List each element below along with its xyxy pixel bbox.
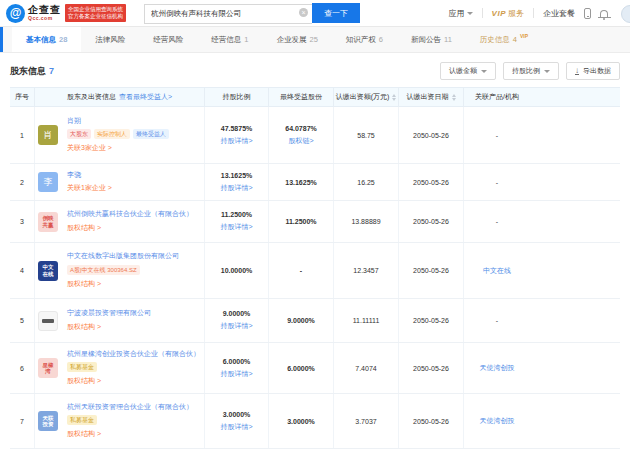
- shareholding-ratio-filter-button[interactable]: 持股比例: [503, 62, 559, 80]
- brand-block[interactable]: 企查查 Qcc.com: [28, 5, 61, 21]
- tab-operation-risk[interactable]: 经营风险: [139, 27, 197, 52]
- date-value: 2050-05-26: [413, 132, 449, 139]
- shareholder-sub-link[interactable]: 股权结构 >: [67, 376, 101, 386]
- apps-menu[interactable]: 应用: [449, 8, 473, 19]
- shareholder-name-link[interactable]: 杭州天联投资管理合伙企业（有限合伙）: [67, 403, 193, 411]
- shareholder-name-link[interactable]: 宁波凌晨投资管理有限公司: [67, 309, 151, 317]
- table-row: 7天联投资杭州天联投资管理合伙企业（有限合伙）私募基金股权结构 >3.0000%…: [10, 394, 620, 449]
- ratio-value: 11.2500%: [221, 211, 252, 218]
- subscribed-capital-filter-button[interactable]: 认缴金额: [440, 62, 496, 80]
- shareholder-tag: 私募基金: [67, 362, 97, 372]
- amount-cell: 11.11111: [333, 299, 398, 342]
- vip-badge: VIP: [520, 33, 528, 39]
- view-ultimate-beneficiary-link[interactable]: 查看最终受益人>: [119, 92, 172, 102]
- search-button[interactable]: 查一下: [312, 3, 360, 23]
- benefit-cell: -: [268, 243, 333, 298]
- row-index: 2: [10, 164, 34, 200]
- benefit-value: -: [300, 267, 302, 274]
- shareholder-tag: A股|中文在线 300364.SZ: [67, 265, 140, 275]
- date-value: 2050-05-26: [413, 218, 449, 225]
- col-header-ratio: 持股比例: [204, 88, 268, 106]
- tab-label: 企业发展: [277, 35, 307, 45]
- shareholder-sub-link[interactable]: 股权结构 >: [67, 279, 101, 289]
- equity-chain-link[interactable]: 股权链>: [288, 136, 313, 146]
- tab-news[interactable]: 新闻公告11: [397, 27, 466, 52]
- date-value: 2050-05-26: [413, 179, 449, 186]
- shareholder-logo: [38, 311, 58, 331]
- shareholder-info: 杭州天联投资管理合伙企业（有限合伙）私募基金股权结构 >: [67, 403, 193, 439]
- shareholder-name-link[interactable]: 杭州星橡湾创业投资合伙企业（有限合伙）: [67, 350, 200, 358]
- export-data-button[interactable]: ↓ 导出数据: [566, 62, 620, 80]
- logo-mark-icon: [42, 319, 54, 323]
- chevron-down-icon: [544, 70, 550, 73]
- shareholding-detail-link[interactable]: 持股详情>: [220, 183, 252, 193]
- tab-label: 基本信息: [26, 35, 56, 45]
- benefit-cell: 13.1625%: [268, 164, 333, 200]
- tab-label: 经营风险: [153, 35, 183, 45]
- clear-search-icon[interactable]: ×: [299, 8, 308, 17]
- shareholder-sub-link[interactable]: 关联3家企业 >: [67, 143, 112, 153]
- shareholding-detail-link[interactable]: 持股详情>: [220, 222, 252, 232]
- benefit-cell: 11.2500%: [268, 201, 333, 242]
- search-area: × 查一下: [144, 2, 360, 24]
- tab-operation-info[interactable]: 经营信息1: [197, 27, 262, 52]
- shareholder-avatar: 星橡湾: [38, 358, 58, 378]
- vip-logo: VIP: [492, 9, 506, 18]
- brand-name: 企查查: [28, 5, 61, 15]
- date-cell: 2050-05-26: [398, 243, 463, 298]
- sort-icon[interactable]: [452, 94, 456, 101]
- ratio-cell: 6.0000%持股详情>: [204, 343, 268, 393]
- tab-legal-risk[interactable]: 法律风险: [81, 27, 139, 52]
- related-product-value: -: [496, 317, 498, 324]
- top-menu: 应用 VIP 服务 企业套餐: [449, 8, 624, 19]
- related-cell: -: [463, 299, 620, 342]
- date-cell: 2050-05-26: [398, 343, 463, 393]
- table-row: 5宁波凌晨投资管理有限公司股权结构 >9.0000%持股详情>9.0000%11…: [10, 299, 620, 343]
- shareholder-sub-link[interactable]: 股权结构 >: [67, 429, 101, 439]
- tab-company-development[interactable]: 企业发展25: [263, 27, 332, 52]
- related-cell: 天使湾创投: [463, 394, 620, 448]
- related-product-value[interactable]: 天使湾创投: [480, 416, 515, 426]
- shareholders-table: 序号 股东及出资信息 查看最终受益人> 持股比例 最终受益股份 认缴出资额(万元…: [10, 87, 620, 449]
- shareholder-name-link[interactable]: 肖朔: [67, 117, 81, 125]
- user-avatar[interactable]: [621, 5, 630, 23]
- shareholder-name-link[interactable]: 中文在线数字出版集团股份有限公司: [67, 252, 179, 260]
- badge-line2: 官方备案企业征信机构: [68, 13, 123, 20]
- ratio-cell: 47.5875%持股详情>: [204, 107, 268, 163]
- related-product-value[interactable]: 天使湾创投: [480, 363, 515, 373]
- shareholding-detail-link[interactable]: 持股详情>: [220, 321, 252, 331]
- shareholder-sub-link[interactable]: 关联1家企业 >: [67, 183, 112, 193]
- shareholder-sub-link[interactable]: 股权结构 >: [67, 322, 101, 332]
- shareholder-avatar: 李: [38, 172, 58, 192]
- shareholder-tags: 私募基金: [67, 362, 97, 372]
- related-product-value: -: [496, 132, 498, 139]
- subscribed-capital-filter-label: 认缴金额: [449, 66, 477, 76]
- shareholder-info: 肖朔大股东实际控制人最终受益人关联3家企业 >: [67, 117, 169, 153]
- enterprise-plan-label: 企业套餐: [543, 8, 575, 19]
- shareholder-avatar: 倒映共赢: [38, 212, 58, 232]
- search-input[interactable]: [144, 4, 312, 24]
- ratio-value: 13.1625%: [221, 172, 253, 179]
- section-toolbar: 认缴金额 持股比例 ↓ 导出数据: [440, 62, 620, 80]
- shareholding-detail-link[interactable]: 持股详情>: [220, 422, 252, 432]
- enterprise-plan-link[interactable]: 企业套餐: [543, 8, 575, 19]
- shareholder-cell: 星橡湾杭州星橡湾创业投资合伙企业（有限合伙）私募基金股权结构 >: [34, 343, 204, 393]
- notification-bell-icon[interactable]: [600, 10, 608, 17]
- shareholder-name-link[interactable]: 李骁: [67, 171, 81, 179]
- qcc-logo-icon[interactable]: @: [6, 4, 25, 23]
- shareholder-tags: 大股东实际控制人最终受益人: [67, 129, 169, 139]
- tab-count: 1: [244, 35, 248, 44]
- mobile-app-icon[interactable]: [584, 8, 591, 19]
- tab-basic-info[interactable]: 基本信息28: [12, 27, 81, 52]
- tab-history[interactable]: 历史信息4VIP: [466, 27, 542, 52]
- shareholder-name-link[interactable]: 杭州倒映共赢科技合伙企业（有限合伙）: [67, 210, 193, 218]
- vip-service-link[interactable]: VIP 服务: [492, 8, 524, 19]
- shareholder-sub-link[interactable]: 股权结构 >: [67, 223, 101, 233]
- col-header-date-label: 认缴出资日期: [407, 92, 449, 102]
- tab-intellectual-property[interactable]: 知识产权6: [332, 27, 397, 52]
- shareholding-detail-link[interactable]: 持股详情>: [220, 369, 252, 379]
- sort-icon[interactable]: [392, 94, 396, 101]
- related-product-value: -: [496, 179, 498, 186]
- shareholding-detail-link[interactable]: 持股详情>: [220, 136, 252, 146]
- related-product-value[interactable]: 中文在线: [483, 266, 511, 276]
